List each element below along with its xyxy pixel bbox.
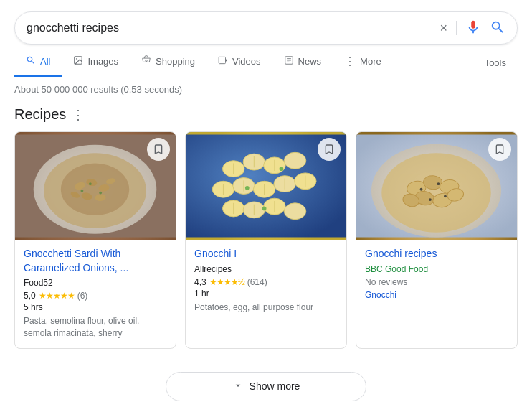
recipe-card-3-body: Gnocchi recipes BBC Good Food No reviews… — [356, 240, 517, 309]
tab-all-label: All — [40, 56, 50, 67]
chevron-down-icon — [232, 380, 244, 393]
recipe-card-1-source: Food52 — [24, 278, 167, 288]
svg-rect-2 — [219, 57, 225, 63]
svg-point-20 — [99, 192, 102, 195]
svg-point-18 — [61, 164, 129, 215]
tab-more[interactable]: ⋮ More — [333, 47, 393, 78]
svg-point-21 — [81, 190, 84, 192]
tab-all[interactable]: All — [14, 48, 62, 77]
clear-icon[interactable]: × — [440, 21, 447, 36]
recipe-card-2-source: Allrecipes — [194, 264, 338, 274]
tab-more-label: More — [360, 56, 381, 67]
bookmark-card-3[interactable] — [488, 138, 511, 161]
more-dots-icon: ⋮ — [344, 55, 356, 68]
recipes-header: Recipes ⋮ — [14, 106, 518, 123]
images-icon — [73, 55, 83, 67]
recipe-card-2-ingredients: Potatoes, egg, all purpose flour — [194, 302, 338, 314]
svg-point-51 — [262, 207, 267, 211]
all-search-icon — [26, 55, 36, 67]
svg-point-49 — [245, 186, 250, 190]
svg-point-1 — [77, 58, 78, 60]
recipe-card-3-tag[interactable]: Gnocchi — [365, 290, 508, 300]
recipe-card-2-rating-count: (614) — [247, 277, 267, 287]
recipe-cards: Gnocchetti Sardi With Caramelized Onions… — [14, 131, 518, 349]
recipe-card-2-body: Gnocchi I Allrecipes 4,3 ★★★★½ (614) 1 h… — [186, 240, 346, 322]
bookmark-card-2[interactable] — [318, 138, 341, 161]
divider — [456, 21, 457, 35]
recipe-card-2-rating-value: 4,3 — [194, 277, 206, 287]
recipe-card-image-2 — [186, 132, 346, 240]
recipe-card-1-rating-value: 5,0 — [24, 291, 36, 301]
tab-videos-label: Videos — [232, 56, 261, 67]
recipe-card-1-title[interactable]: Gnocchetti Sardi With Caramelized Onions… — [24, 247, 167, 275]
svg-point-19 — [89, 182, 92, 185]
recipe-card-2-time: 1 hr — [194, 289, 338, 299]
recipe-card-1-rating: 5,0 ★★★★★ (6) — [24, 291, 167, 301]
svg-point-63 — [437, 182, 440, 185]
recipe-card-1[interactable]: Gnocchetti Sardi With Caramelized Onions… — [14, 131, 176, 349]
tab-news[interactable]: News — [272, 48, 333, 77]
svg-point-64 — [444, 195, 447, 197]
recipes-menu-icon[interactable]: ⋮ — [72, 107, 85, 123]
svg-point-65 — [429, 198, 432, 201]
show-more-label: Show more — [250, 380, 300, 392]
recipes-section: Recipes ⋮ — [0, 100, 532, 360]
bookmark-card-1[interactable] — [147, 138, 170, 161]
recipe-card-1-time: 5 hrs — [24, 302, 167, 312]
svg-point-54 — [381, 153, 491, 233]
recipe-card-1-body: Gnocchetti Sardi With Caramelized Onions… — [15, 240, 176, 348]
tab-news-label: News — [298, 56, 322, 67]
tab-images[interactable]: Images — [62, 48, 130, 77]
search-bar: × — [14, 11, 518, 45]
tab-images-label: Images — [87, 56, 118, 67]
svg-point-62 — [420, 188, 423, 191]
videos-icon — [218, 55, 228, 67]
recipe-card-2[interactable]: Gnocchi I Allrecipes 4,3 ★★★★½ (614) 1 h… — [185, 131, 347, 349]
recipe-card-2-title[interactable]: Gnocchi I — [194, 247, 338, 261]
mic-icon[interactable] — [465, 19, 481, 37]
recipe-card-1-ingredients: Pasta, semolina flour, olive oil, semola… — [24, 315, 167, 340]
news-icon — [284, 55, 294, 67]
recipe-card-1-stars: ★★★★★ — [39, 291, 75, 301]
recipe-card-2-stars: ★★★★½ — [209, 277, 244, 287]
recipe-card-2-rating: 4,3 ★★★★½ (614) — [194, 277, 338, 287]
results-info: About 50 000 000 results (0,53 seconds) — [0, 78, 532, 100]
recipe-card-image-1 — [15, 132, 176, 240]
recipe-card-3-no-reviews: No reviews — [365, 277, 508, 287]
shopping-icon — [141, 55, 151, 67]
tab-shopping[interactable]: Shopping — [130, 48, 206, 77]
tab-videos[interactable]: Videos — [206, 48, 272, 77]
tools-button[interactable]: Tools — [473, 50, 518, 75]
svg-point-50 — [280, 167, 284, 171]
tab-shopping-label: Shopping — [156, 56, 195, 67]
recipe-card-1-rating-count: (6) — [77, 291, 88, 301]
recipes-section-title: Recipes — [14, 106, 66, 123]
show-more-container: Show more — [0, 360, 532, 402]
recipe-card-image-3 — [356, 132, 517, 240]
search-input[interactable] — [27, 22, 440, 34]
show-more-button[interactable]: Show more — [166, 372, 366, 401]
search-bar-icons: × — [440, 19, 505, 37]
nav-tabs: All Images Shopping Videos News ⋮ More T… — [0, 47, 532, 78]
recipe-card-3-source: BBC Good Food — [365, 264, 508, 274]
search-submit-icon[interactable] — [490, 19, 505, 37]
search-bar-container: × — [0, 0, 532, 45]
recipe-card-3[interactable]: Gnocchi recipes BBC Good Food No reviews… — [356, 131, 518, 349]
svg-marker-3 — [226, 59, 227, 62]
recipe-card-3-title[interactable]: Gnocchi recipes — [365, 247, 508, 261]
